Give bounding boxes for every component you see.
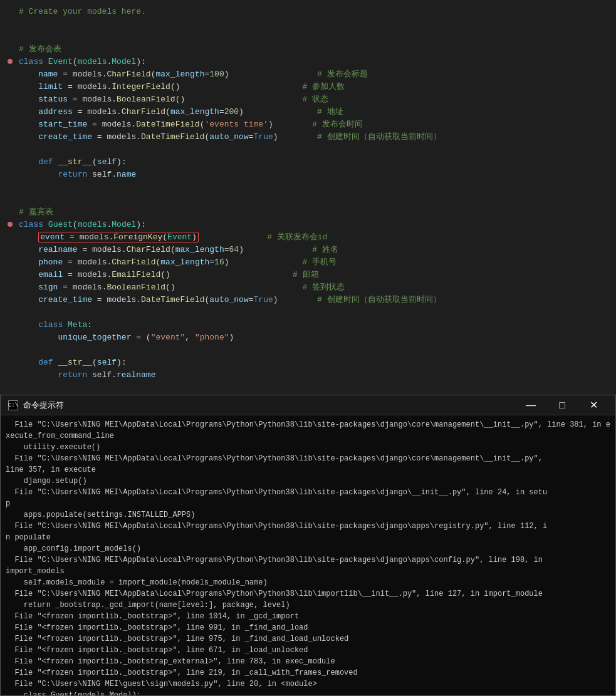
code-line [0,180,616,193]
code-line: class Guest(models.Model): [0,218,616,231]
code-text: def __str__(self): [15,358,616,367]
code-line: name = models.CharField(max_length=100) … [0,68,616,80]
code-text: create_time = models.DateTimeField(auto_… [15,294,616,305]
cmd-output-line: File "<frozen importlib._bootstrap_exter… [6,656,610,667]
code-line [0,18,616,30]
cmd-window: C:\ 命令提示符 — □ ✕ File "C:\Users\NING MEI\… [0,395,616,696]
code-line: # 嘉宾表 [0,205,616,218]
code-text: # 嘉宾表 [15,206,616,217]
code-text: # Create your models here. [15,7,616,16]
line-gutter [5,222,15,227]
breakpoint-dot [8,222,13,227]
code-text: # 发布会表 [15,43,616,55]
code-line: create_time = models.DateTimeField(auto_… [0,130,616,143]
code-line: email = models.EmailField() # 邮箱 [0,268,616,281]
code-line: start_time = models.DateTimeField('event… [0,118,616,130]
cmd-icon: C:\ [8,400,18,410]
breakpoint-dot [8,59,13,64]
cmd-output-line: app_config.import_models() [6,543,610,554]
cmd-titlebar: C:\ 命令提示符 — □ ✕ [1,395,615,415]
code-text: phone = models.CharField(max_length=16) … [15,256,616,267]
code-text: sign = models.BooleanField() # 签到状态 [15,281,616,293]
cmd-output-line: p [6,498,610,509]
cmd-output-line: utility.execute() [6,442,610,453]
cmd-output-line: File "C:\Users\NING MEI\AppData\Local\Pr… [6,453,610,464]
cmd-output-line: File "<frozen importlib._bootstrap>", li… [6,667,610,678]
code-text: class Guest(models.Model): [15,220,616,229]
code-line: unique_together = ("event", "phone") [0,331,616,343]
code-text: event = models.ForeignKey(Event) # 关联发布会… [15,231,616,242]
code-line: limit = models.IntegerField() # 参加人数 [0,80,616,93]
cmd-output-line: File "<frozen importlib._bootstrap>", li… [6,645,610,656]
cmd-output-line: File "C:\Users\NING MEI\AppData\Local\Pr… [6,554,610,566]
code-text: address = models.CharField(max_length=20… [15,106,616,117]
cmd-output-line: File "C:\Users\NING MEI\AppData\Local\Pr… [6,419,610,442]
code-text: start_time = models.DateTimeField('event… [15,118,616,130]
code-text: class Event(models.Model): [15,57,616,66]
code-text: def __str__(self): [15,157,616,167]
cmd-controls: — □ ✕ [516,396,608,415]
code-text: return self.realname [15,370,616,380]
code-editor: # Create your models here. # 发布会表 class … [0,0,616,395]
code-line [0,193,616,205]
cmd-output-line: File "C:\Users\NING MEI\AppData\Local\Pr… [6,521,610,532]
code-text: return self.name [15,170,616,179]
code-line-highlighted: event = models.ForeignKey(Event) # 关联发布会… [0,231,616,243]
code-text: email = models.EmailField() # 邮箱 [15,269,616,280]
code-line: address = models.CharField(max_length=20… [0,105,616,118]
cmd-title: 命令提示符 [23,400,516,411]
code-line: def __str__(self): [0,155,616,168]
code-text: realname = models.CharField(max_length=6… [15,244,616,255]
code-line: class Event(models.Model): [0,55,616,68]
code-line: # Create your models here. [0,5,616,18]
line-gutter [5,59,15,64]
cmd-output-line: return _bootstrap._gcd_import(name[level… [6,600,610,611]
cmd-output-line: File "C:\Users\NING MEI\AppData\Local\Pr… [6,487,610,498]
code-line: create_time = models.DateTimeField(auto_… [0,293,616,306]
code-line: phone = models.CharField(max_length=16) … [0,256,616,268]
cmd-output-line: File "<frozen importlib._bootstrap>", li… [6,633,610,645]
code-text: unique_together = ("event", "phone") [15,333,616,342]
code-line: realname = models.CharField(max_length=6… [0,243,616,256]
cmd-restore-button[interactable]: □ [548,396,577,415]
cmd-output-line: File "<frozen importlib._bootstrap>", li… [6,622,610,633]
cmd-output-line: django.setup() [6,475,610,487]
code-line [0,343,616,356]
cmd-output-line: File "<frozen importlib._bootstrap>", li… [6,611,610,622]
cmd-output-line: self.models_module = import_module(model… [6,577,610,588]
code-line [0,30,616,43]
code-text: name = models.CharField(max_length=100) … [15,68,616,80]
code-line: # 发布会表 [0,43,616,55]
cmd-output-line: class Guest(models.Model): [6,690,610,695]
cmd-minimize-button[interactable]: — [516,396,545,415]
cmd-output-line: n populate [6,532,610,543]
code-text: create_time = models.DateTimeField(auto_… [15,131,616,142]
cmd-output-line: File "C:\Users\NING MEI\AppData\Local\Pr… [6,588,610,600]
code-line [0,306,616,318]
code-line: class Meta: [0,318,616,331]
code-text: status = models.BooleanField() # 状态 [15,93,616,105]
cmd-output-line: import_models [6,566,610,577]
cmd-output-line: line 357, in execute [6,464,610,475]
code-line: sign = models.BooleanField() # 签到状态 [0,281,616,293]
code-line: status = models.BooleanField() # 状态 [0,93,616,105]
code-line: return self.realname [0,368,616,381]
cmd-output-line: apps.populate(settings.INSTALLED_APPS) [6,509,610,521]
cmd-output-line: File "C:\Users\NING MEI\guest\sign\model… [6,678,610,690]
cmd-body[interactable]: File "C:\Users\NING MEI\AppData\Local\Pr… [1,415,615,695]
code-text: class Meta: [15,320,616,330]
cmd-close-button[interactable]: ✕ [579,396,608,415]
code-line: def __str__(self): [0,356,616,368]
code-line [0,143,616,155]
code-text: limit = models.IntegerField() # 参加人数 [15,81,616,92]
code-line: return self.name [0,168,616,180]
